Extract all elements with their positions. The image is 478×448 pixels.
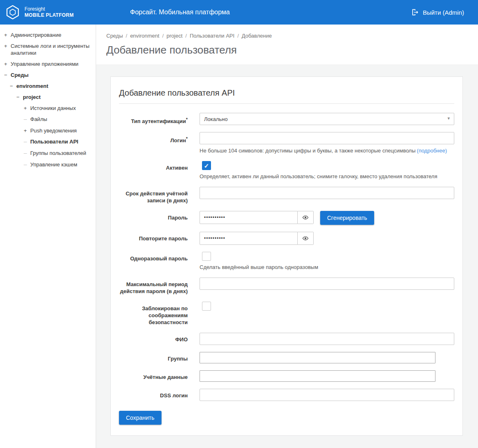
sidebar-item-label: Управление кэшем [30, 161, 77, 168]
password-ttl-label: Максимальный период действия пароля (в д… [119, 278, 188, 295]
sidebar-item-label: Системные логи и инструменты аналитики [11, 43, 92, 56]
login-hint: Не больше 104 символов: допустимы цифры … [200, 148, 454, 154]
sidebar-item-project[interactable]: project [0, 92, 96, 103]
one-time-password-hint: Сделать введённый выше пароль одноразовы… [200, 264, 454, 271]
tree-branch-icon [24, 116, 30, 123]
fio-input[interactable] [200, 333, 454, 345]
app-title: Форсайт. Мобильная платформа [130, 9, 230, 16]
plus-icon [4, 31, 11, 38]
plus-icon [4, 60, 11, 67]
login-input[interactable] [200, 132, 454, 144]
breadcrumb-environments[interactable]: Среды [106, 33, 123, 39]
logo-title: Foresight [25, 6, 74, 12]
one-time-password-row: Одноразовый пароль Сделать введённый выш… [119, 252, 454, 271]
sidebar-item-administration[interactable]: Администрирование [0, 29, 96, 40]
logout-label: Выйти (Admin) [423, 9, 464, 16]
sidebar-item-label: Управление приложениями [11, 60, 79, 67]
sidebar-item-label: Среды [11, 72, 29, 78]
eye-icon [302, 214, 309, 221]
one-time-password-checkbox[interactable] [202, 252, 211, 261]
password-repeat-input[interactable] [200, 232, 298, 245]
auth-type-select[interactable]: Локально [200, 113, 454, 125]
login-label: Логин* [119, 132, 188, 154]
show-password-button[interactable] [298, 211, 314, 224]
sidebar-item-label: Push уведомления [30, 127, 77, 134]
logout-icon [411, 8, 419, 16]
logo-subtitle: MOBILE PLATFORM [25, 12, 74, 18]
top-header: Foresight MOBILE PLATFORM Форсайт. Мобил… [0, 0, 478, 25]
password-ttl-input[interactable] [200, 278, 454, 290]
show-password-repeat-button[interactable] [298, 232, 314, 245]
active-checkbox[interactable] [202, 161, 211, 170]
generate-password-button[interactable]: Сгенерировать [320, 211, 374, 225]
minus-icon [4, 72, 11, 78]
app-logo: Foresight MOBILE PLATFORM [0, 4, 74, 20]
active-label: Активен [119, 161, 188, 180]
breadcrumb-separator: / [237, 33, 239, 39]
sidebar-item-data-sources[interactable]: Источники данных [0, 103, 96, 114]
active-hint: Определяет, активен ли данный пользовате… [200, 173, 454, 180]
tree-branch-icon [24, 161, 30, 168]
sidebar-item-user-groups[interactable]: Группы пользователей [0, 148, 96, 159]
auth-type-row: Тип аутентификации* Локально [119, 113, 454, 125]
groups-input[interactable] [200, 352, 435, 363]
credentials-row: Учётные данные [119, 370, 454, 382]
sidebar-item-api-users[interactable]: Пользователи API [0, 136, 96, 148]
sidebar-item-label: environment [16, 83, 48, 90]
sidebar-item-app-management[interactable]: Управление приложениями [0, 58, 96, 69]
credentials-input[interactable] [200, 370, 435, 382]
plus-icon [24, 127, 30, 134]
password-repeat-row: Повторите пароль [119, 232, 454, 245]
blocked-checkbox[interactable] [202, 302, 211, 311]
sidebar-nav: Администрирование Системные логи и инстр… [0, 25, 96, 448]
plus-icon [24, 105, 30, 112]
sidebar-item-environment[interactable]: environment [0, 81, 96, 92]
save-button[interactable]: Сохранить [119, 411, 162, 425]
login-row: Логин* Не больше 104 символов: допустимы… [119, 132, 454, 154]
auth-type-label: Тип аутентификации* [119, 113, 188, 125]
sidebar-item-label: project [23, 94, 40, 101]
one-time-password-label: Одноразовый пароль [119, 252, 188, 271]
main-content: Среды/environment/project/Пользователи A… [96, 25, 478, 448]
fio-label: ФИО [119, 333, 188, 345]
dss-login-label: DSS логин [119, 389, 188, 401]
breadcrumb: Среды/environment/project/Пользователи A… [96, 25, 478, 39]
auth-type-value: Локально [204, 116, 228, 122]
groups-label: Группы [119, 352, 188, 363]
page-root: Foresight MOBILE PLATFORM Форсайт. Мобил… [0, 0, 478, 448]
tree-branch-icon [24, 138, 30, 146]
breadcrumb-environment[interactable]: environment [130, 33, 159, 39]
dss-login-input[interactable] [200, 389, 454, 401]
sidebar-item-label: Файлы [30, 116, 47, 123]
minus-icon [10, 83, 16, 90]
sidebar-item-cache-management[interactable]: Управление кэшем [0, 159, 96, 170]
account-ttl-input[interactable] [200, 187, 454, 199]
sidebar-item-label: Группы пользователей [30, 150, 86, 157]
credentials-label: Учётные данные [119, 370, 188, 382]
login-hint-link[interactable]: (подробнее) [417, 148, 447, 154]
breadcrumb-project[interactable]: project [166, 33, 182, 39]
sidebar-item-label: Пользователи API [30, 138, 78, 145]
logout-button[interactable]: Выйти (Admin) [411, 0, 464, 25]
breadcrumb-separator: / [185, 33, 187, 39]
breadcrumb-current: Добавление [242, 33, 272, 39]
active-row: Активен Определяет, активен ли данный по… [119, 161, 454, 180]
eye-icon [302, 235, 309, 242]
chevron-down-icon [447, 116, 450, 121]
sidebar-item-push-notifications[interactable]: Push уведомления [0, 125, 96, 136]
sidebar-item-files[interactable]: Файлы [0, 114, 96, 125]
breadcrumb-api-users[interactable]: Пользователи API [190, 33, 234, 39]
blocked-label: Заблокирован по соображениям безопастнос… [119, 302, 188, 326]
sidebar-item-environments[interactable]: Среды [0, 69, 96, 81]
sidebar-item-system-logs[interactable]: Системные логи и инструменты аналитики [0, 40, 96, 58]
password-row: Пароль Сгенерировать [119, 211, 454, 225]
dss-login-row: DSS логин [119, 389, 454, 401]
blocked-row: Заблокирован по соображениям безопастнос… [119, 302, 454, 326]
required-asterisk: * [186, 117, 188, 122]
sidebar-item-label: Администрирование [11, 31, 61, 38]
sidebar-item-label: Источники данных [30, 105, 76, 112]
fio-row: ФИО [119, 333, 454, 345]
form-title: Добавление пользователя API [119, 85, 454, 104]
password-input[interactable] [200, 211, 298, 224]
save-row: Сохранить [119, 411, 454, 425]
